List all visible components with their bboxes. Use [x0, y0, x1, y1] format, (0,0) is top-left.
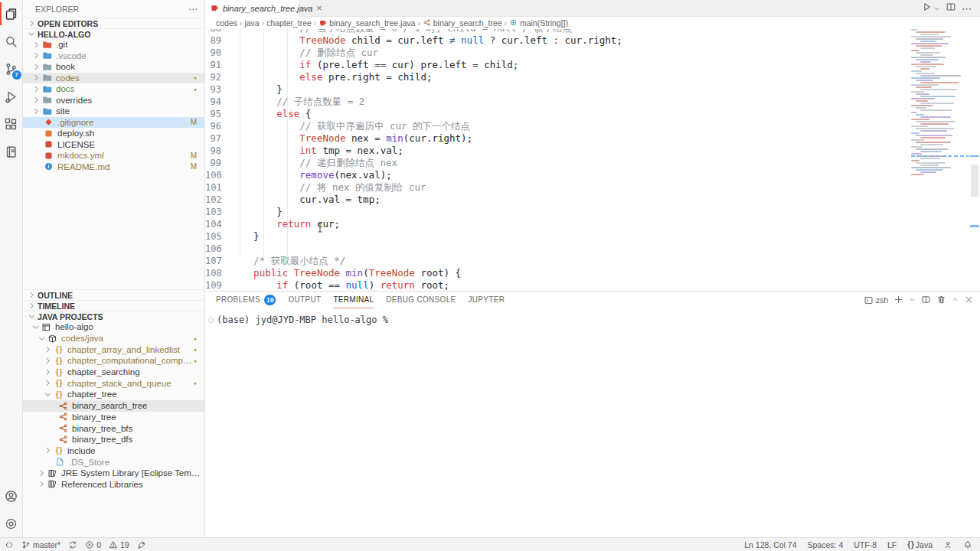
terminal-shell-picker[interactable]: zsh [864, 295, 888, 305]
status-git-branch[interactable]: master* [21, 540, 60, 549]
java-tree-item[interactable]: binary_tree [23, 412, 204, 423]
timeline-header[interactable]: TIMELINE [23, 300, 204, 311]
chevron-down-icon[interactable] [937, 2, 940, 15]
breadcrumb-separator: › [262, 19, 264, 28]
more-actions-button[interactable]: ⋯ [962, 2, 972, 15]
chevron-down-icon[interactable] [909, 295, 916, 305]
file-tree-item[interactable]: codes● [23, 73, 204, 84]
close-icon[interactable] [964, 295, 974, 306]
status-launch[interactable] [137, 540, 146, 549]
code-line: 98 int tmp = nex.val; [205, 145, 911, 157]
status-sync[interactable] [68, 540, 77, 549]
breadcrumb-label: chapter_tree [266, 18, 312, 28]
java-tree-item[interactable]: { }chapter_tree [23, 389, 204, 400]
root-folder-header[interactable]: HELLO-ALGO [23, 28, 204, 39]
panel-tab-output[interactable]: OUTPUT [288, 292, 321, 308]
file-tree-item[interactable]: README.mdM [23, 161, 204, 173]
status-notifications[interactable] [963, 540, 972, 549]
activity-search[interactable] [0, 28, 23, 55]
file-tree-item[interactable]: .git [23, 39, 204, 51]
minimap[interactable] [911, 29, 969, 291]
status-cursor-position[interactable]: Ln 128, Col 74 [744, 540, 796, 549]
activity-explorer[interactable] [0, 0, 23, 28]
java-tree-item[interactable]: { }chapter_computational_complexity● [23, 355, 204, 367]
outline-header[interactable]: OUTLINE [23, 289, 204, 300]
tab-binary-search-tree[interactable]: binary_search_tree.java × [205, 0, 300, 17]
status-indentation[interactable]: Spaces: 4 [808, 540, 844, 549]
java-tree-item[interactable]: binary_tree_dfs [23, 434, 204, 445]
file-tree-item[interactable]: .vscode [23, 51, 204, 62]
chevron-right-icon [42, 378, 53, 389]
java-projects-header[interactable]: JAVA PROJECTS [23, 311, 204, 321]
panel-tab-problems[interactable]: PROBLEMS19 [216, 292, 276, 308]
breadcrumb-item[interactable]: java [244, 18, 259, 28]
code-text: remove(nex.val); [230, 169, 392, 181]
file-tree-item[interactable]: docs● [23, 83, 204, 95]
chevron-right-icon [31, 73, 41, 83]
breadcrumb-item[interactable]: binary_search_tree [423, 18, 502, 28]
java-tree-item[interactable]: { }chapter_array_and_linkedlist● [23, 344, 204, 355]
java-tree-item[interactable]: binary_tree_bfs [23, 422, 204, 434]
code-line: 107 /* 获取最小结点 */ [205, 255, 911, 267]
panel-tab-terminal[interactable]: TERMINAL [333, 292, 374, 308]
code-line: 102 cur.val = tmp; [205, 194, 911, 206]
trash-icon[interactable] [936, 295, 946, 306]
code-text: // 当子结点数量 = 0 / 1 时, child = null / 该子结点 [230, 29, 572, 34]
file-tree-item[interactable]: overrides [23, 95, 204, 106]
java-tree-item[interactable]: .DS_Store [23, 456, 204, 468]
panel-tab-jupyter[interactable]: JUPYTER [469, 292, 505, 308]
file-tree-item[interactable]: book [23, 61, 204, 73]
breadcrumb-item[interactable]: chapter_tree [266, 18, 312, 28]
status-remote[interactable] [5, 540, 14, 549]
status-language-mode[interactable]: { }Java [907, 540, 933, 549]
java-tree-item[interactable]: codes/java● [23, 333, 204, 344]
breadcrumb-item[interactable]: codes [216, 18, 237, 28]
activity-settings[interactable] [0, 510, 23, 537]
item-label: binary_search_tree [72, 401, 147, 410]
status-errors[interactable]: 0 [85, 540, 101, 549]
git-badge: ● [194, 358, 204, 364]
braces-icon: { } [53, 445, 64, 455]
file-tree-item[interactable]: LICENSE [23, 139, 204, 151]
status-warnings[interactable]: 19 [109, 540, 129, 549]
java-tree-item[interactable]: hello-algo [23, 321, 204, 333]
open-editors-header[interactable]: OPEN EDITORS [23, 18, 204, 28]
file-label: .git [56, 40, 67, 49]
breadcrumb-item[interactable]: binary_search_tree.java [318, 18, 415, 28]
split-editor-button[interactable] [946, 2, 956, 15]
folder-icon [41, 73, 53, 83]
breadcrumb-item[interactable]: main(String[]) [509, 18, 568, 28]
scrollbar-thumb[interactable] [971, 165, 978, 197]
code-editor[interactable]: 88 // 当子结点数量 = 0 / 1 时, child = null / 该… [205, 29, 980, 291]
file-tree-item[interactable]: mkdocs.ymlM [23, 150, 204, 161]
chevron-up-icon[interactable] [952, 295, 959, 305]
panel-tab-debug-console[interactable]: DEBUG CONSOLE [386, 292, 456, 308]
close-tab-icon[interactable]: × [316, 3, 322, 14]
file-tree-item[interactable]: deploy.sh [23, 128, 204, 139]
java-tree-item[interactable]: JRE System Library [Eclipse Temurin 17 [… [23, 468, 204, 479]
terminal[interactable]: (base) jyd@JYD-MBP hello-algo % [205, 308, 980, 325]
status-eol[interactable]: LF [887, 540, 897, 549]
java-tree-item[interactable]: { }chapter_searching [23, 367, 204, 378]
views-more-icon[interactable]: ⋯ [188, 4, 198, 15]
file-tree-item[interactable]: site [23, 106, 204, 117]
activity-extensions[interactable] [0, 110, 23, 138]
java-tree-item[interactable]: binary_search_tree [23, 400, 204, 412]
scrollbar[interactable] [969, 29, 980, 291]
plus-icon[interactable] [893, 295, 903, 306]
code-line: 106 [205, 243, 911, 255]
run-button[interactable] [921, 2, 932, 15]
java-tree-item[interactable]: Referenced Libraries [23, 479, 204, 491]
activity-source-control[interactable]: 7 [0, 55, 23, 83]
split-icon[interactable] [921, 295, 931, 306]
java-tree-item[interactable]: { }chapter_stack_and_queue● [23, 377, 204, 389]
file-tree-item[interactable]: .gitignoreM [23, 117, 204, 129]
activity-run-debug[interactable] [0, 83, 23, 110]
status-feedback[interactable] [943, 540, 952, 549]
file-label: README.md [57, 162, 109, 171]
activity-notebook[interactable] [0, 138, 23, 165]
status-encoding[interactable]: UTF-8 [854, 540, 877, 549]
java-tree-item[interactable]: { }include [23, 445, 204, 457]
method-icon [509, 18, 518, 28]
activity-account[interactable] [0, 482, 23, 510]
